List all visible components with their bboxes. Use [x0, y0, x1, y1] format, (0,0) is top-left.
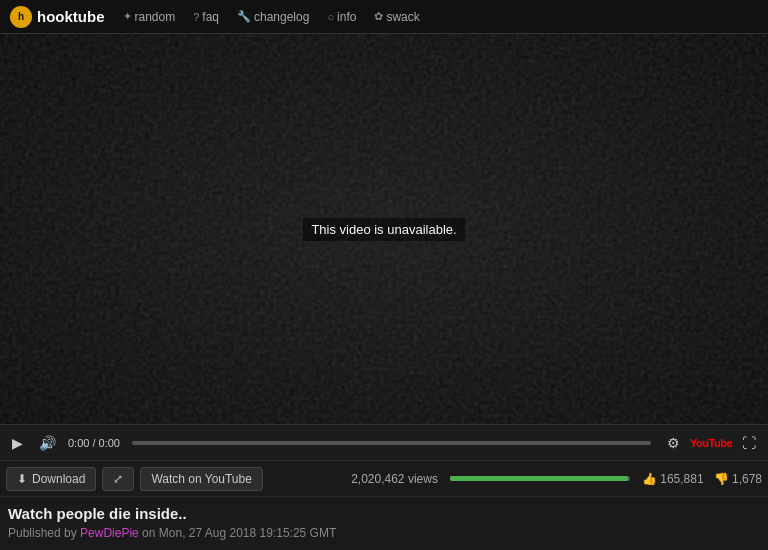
unavailable-message: This video is unavailable. [303, 218, 464, 241]
nav-changelog[interactable]: 🔧 changelog [237, 10, 309, 24]
action-bar: ⬇ Download ⤢ Watch on YouTube 2,020,462 … [0, 460, 768, 496]
popout-button[interactable]: ⤢ [102, 467, 134, 491]
logo-text: hooktube [37, 8, 105, 25]
nav-random-label: random [135, 10, 176, 24]
random-icon: ✦ [123, 10, 132, 23]
volume-button[interactable]: 🔊 [35, 433, 60, 453]
settings-button[interactable]: ⚙ [663, 433, 684, 453]
nav-random[interactable]: ✦ random [123, 10, 176, 24]
nav-faq-label: faq [202, 10, 219, 24]
video-title: Watch people die inside.. [8, 505, 760, 522]
views-count: 2,020,462 views [351, 472, 438, 486]
video-meta: Published by PewDiePie on Mon, 27 Aug 20… [8, 526, 760, 540]
logo-icon: h [10, 6, 32, 28]
progress-bar[interactable] [132, 441, 651, 445]
thumbs-down-icon: 👎 [714, 472, 729, 486]
download-button[interactable]: ⬇ Download [6, 467, 96, 491]
likes-bar [450, 476, 630, 481]
youtube-logo: YouTube [690, 437, 732, 449]
published-suffix: on Mon, 27 Aug 2018 19:15:25 GMT [142, 526, 336, 540]
thumbs-up-icon: 👍 [642, 472, 657, 486]
views-area: 2,020,462 views 👍 165,881 👎 1,678 [351, 472, 762, 486]
channel-name: PewDiePie [80, 526, 139, 540]
likes-number: 165,881 [660, 472, 703, 486]
video-controls-bar: ▶ 🔊 0:00 / 0:00 ⚙ YouTube ⛶ [0, 424, 768, 460]
likes-bar-fill [450, 476, 628, 481]
published-prefix: Published by [8, 526, 77, 540]
nav-changelog-label: changelog [254, 10, 309, 24]
nav-faq[interactable]: ? faq [193, 10, 219, 24]
video-player: This video is unavailable. [0, 34, 768, 424]
popout-icon: ⤢ [113, 472, 123, 486]
download-label: Download [32, 472, 85, 486]
watch-youtube-label: Watch on YouTube [151, 472, 252, 486]
changelog-icon: 🔧 [237, 10, 251, 23]
title-area: Watch people die inside.. Published by P… [0, 496, 768, 544]
time-display: 0:00 / 0:00 [68, 437, 120, 449]
info-icon: ○ [327, 11, 334, 23]
likes-up: 👍 165,881 [642, 472, 704, 486]
dislikes-number: 1,678 [732, 472, 762, 486]
nav-swack[interactable]: ✿ swack [374, 10, 419, 24]
likes-down: 👎 1,678 [714, 472, 762, 486]
controls-right: ⚙ YouTube ⛶ [663, 433, 760, 453]
watch-youtube-button[interactable]: Watch on YouTube [140, 467, 263, 491]
nav-swack-label: swack [386, 10, 419, 24]
navbar: h hooktube ✦ random ? faq 🔧 changelog ○ … [0, 0, 768, 34]
swack-icon: ✿ [374, 10, 383, 23]
logo-link[interactable]: h hooktube [10, 6, 105, 28]
play-button[interactable]: ▶ [8, 433, 27, 453]
nav-info[interactable]: ○ info [327, 10, 356, 24]
nav-info-label: info [337, 10, 356, 24]
fullscreen-button[interactable]: ⛶ [738, 433, 760, 453]
faq-icon: ? [193, 11, 199, 23]
like-counts: 👍 165,881 👎 1,678 [642, 472, 762, 486]
download-icon: ⬇ [17, 472, 27, 486]
channel-link[interactable]: PewDiePie [80, 526, 142, 540]
